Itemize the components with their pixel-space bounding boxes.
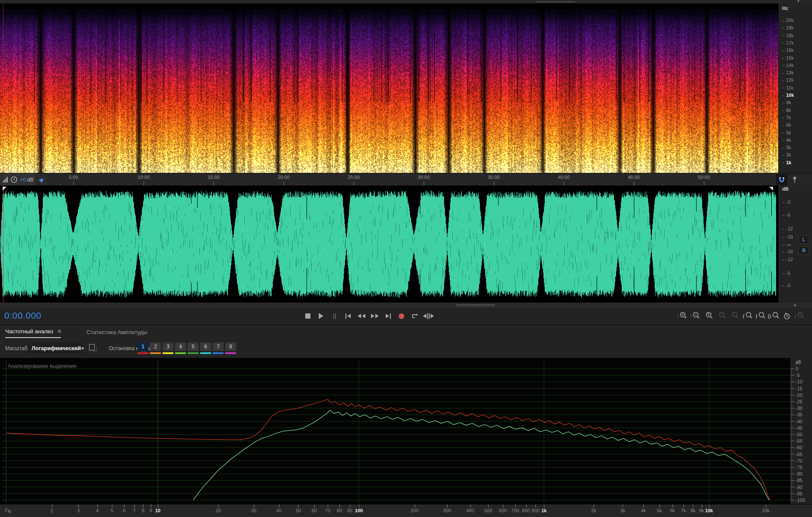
freq-axis-tick-7k — [684, 504, 684, 507]
freq-axis-tick-2k — [594, 504, 594, 507]
hold-button-2[interactable]: 2 — [150, 342, 161, 351]
zoom-out-horizontal-button: ↔− — [716, 310, 728, 322]
freq-axis-label-80: 80 — [337, 508, 342, 513]
divider-drag-handle[interactable] — [456, 304, 495, 306]
scale-dropdown[interactable]: Логарифмический — [28, 343, 82, 354]
gain-value[interactable]: +0 — [20, 177, 26, 183]
amplitude-ruler[interactable]: dB -3-6-12-18-∞-18-12-6-3LR — [778, 185, 812, 303]
hold-slot-3: 3 — [163, 342, 173, 354]
amp-tick--3: -3 — [782, 283, 790, 288]
timeline-label-50:00: 50:00 — [698, 175, 710, 180]
zoom-out-point-button[interactable]: } — [755, 310, 767, 322]
timeline-label-45:00: 45:00 — [628, 175, 640, 180]
timeline-label-10:00: 10:00 — [137, 175, 150, 180]
chevron-down-icon — [81, 348, 84, 350]
zoom-out-vertical-icon: − — [692, 311, 700, 321]
selection-handle-right[interactable] — [769, 187, 773, 191]
freq-tick-19k: 19k — [782, 26, 794, 30]
panel-menu-icon[interactable]: ▾ — [797, 0, 799, 3]
frequency-ruler[interactable]: Hz 20k19k18k17k16k15k14k13k12k11k10k9k8k… — [778, 3, 812, 173]
panel-menu-hamburger-icon[interactable]: ≡ — [58, 329, 61, 334]
tab-frequency-analysis-label: Частотный анализ — [5, 328, 53, 335]
snap-button[interactable] — [776, 174, 787, 185]
hold-slot-8: 8 — [225, 342, 236, 354]
freq-axis-label-50: 50 — [296, 508, 301, 513]
channel-badge-L[interactable]: L — [799, 236, 809, 244]
transport-skip-to-start-button[interactable] — [342, 310, 354, 322]
marker-button[interactable] — [790, 174, 800, 185]
pause-icon — [333, 313, 336, 319]
panel-divider[interactable]: ▲ — [0, 303, 812, 308]
freq-tick-13k: 13k — [782, 70, 794, 75]
zoom-in-vertical-button[interactable]: ↕+ — [677, 310, 689, 322]
transport-pause-button[interactable] — [329, 310, 340, 322]
hold-button-7[interactable]: 7 — [213, 342, 224, 351]
transport-fast-forward-button[interactable] — [369, 310, 380, 322]
hold-buttons-group: 12345678 — [137, 342, 236, 354]
freq-axis-tick-8k — [693, 504, 694, 507]
transport-loop-playback-button[interactable] — [409, 310, 421, 322]
zoom-selection-button[interactable]: {} — [768, 310, 780, 322]
transport-skip-selection-button[interactable] — [422, 310, 434, 322]
timeline-label-20:00: 20:00 — [278, 175, 290, 180]
amp-tick--6: -6 — [782, 271, 790, 276]
zoom-in-point-button[interactable]: { — [742, 310, 754, 322]
timeline-label-25:00: 25:00 — [348, 175, 360, 180]
hold-button-3[interactable]: 3 — [163, 342, 173, 351]
waveform-display[interactable] — [0, 185, 776, 303]
selection-handle-left[interactable] — [3, 187, 6, 191]
tab-amplitude-statistics-label: Статистика Амплитуды — [86, 329, 147, 335]
transport-record-button[interactable] — [396, 310, 407, 322]
freq-axis-label-3k: 3k — [620, 508, 625, 513]
db-tick-0: 0 — [796, 367, 798, 371]
tab-frequency-analysis[interactable]: Частотный анализ ≡ — [5, 328, 61, 338]
channel-badge-R[interactable]: R — [799, 246, 809, 255]
tab-amplitude-statistics[interactable]: Статистика Амплитуды — [86, 328, 147, 336]
freq-tick-10k: 10k — [782, 93, 794, 98]
hold-slot-1: 1 — [137, 342, 148, 354]
transport-rewind-button[interactable] — [355, 310, 367, 322]
freq-tick-15k: 15k — [782, 56, 794, 61]
hold-button-5[interactable]: 5 — [188, 342, 198, 351]
hold-button-8[interactable]: 8 — [225, 342, 236, 351]
reset-zoom-icon — [783, 312, 791, 320]
transport-stop-button[interactable] — [302, 310, 313, 322]
freq-tick-8k: 8k — [782, 108, 791, 113]
hold-slot-2: 2 — [150, 342, 161, 354]
playhead-line[interactable] — [3, 185, 3, 303]
waveform-panel[interactable] — [0, 185, 778, 303]
freq-axis-label-20k: 20k — [762, 508, 770, 513]
timeline-ruler[interactable]: +0 dB 5:0010:0015:0020:0025:0030:0035:00… — [0, 173, 812, 185]
freq-axis-tick-9 — [151, 504, 151, 507]
freq-axis-label-70: 70 — [325, 508, 330, 513]
transport-skip-to-end-button[interactable] — [382, 310, 394, 322]
hold-button-6[interactable]: 6 — [200, 342, 211, 351]
db-tick--95: -95 — [796, 491, 802, 496]
audition-window: ▾ Hz 20k19k18k17k16k15k14k13k12k11k10k9k… — [0, 0, 812, 517]
freq-tick-14k: 14k — [782, 63, 794, 68]
hold-slot-4: 4 — [175, 342, 186, 354]
zoom-out-vertical-button[interactable]: ↕− — [690, 310, 702, 322]
freq-axis-tick-200 — [415, 504, 415, 507]
spectrogram-display[interactable] — [0, 3, 778, 173]
record-icon — [399, 313, 404, 319]
timeline-label-35:00: 35:00 — [488, 175, 500, 180]
freq-axis-label-600: 600 — [499, 508, 507, 513]
zoom-in-horizontal-button[interactable]: ↔+ — [703, 310, 715, 322]
freq-axis-label-6k: 6k — [670, 508, 675, 513]
freq-axis-tick-4 — [97, 504, 98, 507]
analyzed-selection-overlay: Анализированое выделение — [8, 363, 77, 369]
freq-tick-2k: 2k — [782, 153, 791, 157]
copy-snapshot-button[interactable] — [89, 344, 97, 352]
time-display[interactable]: 0:00.000 — [4, 310, 42, 321]
spectrogram-panel[interactable] — [0, 3, 778, 173]
hold-button-4[interactable]: 4 — [175, 342, 186, 351]
transport-play-button[interactable] — [315, 310, 327, 322]
hold-button-1[interactable]: 1 — [137, 342, 148, 351]
freq-axis-tick-5 — [112, 504, 112, 507]
reset-zoom-button[interactable] — [781, 310, 793, 322]
timeline-label-5:00: 5:00 — [69, 175, 78, 180]
freq-axis-label-400: 400 — [466, 508, 474, 513]
scroll-up-arrow[interactable]: ▲ — [793, 303, 797, 307]
panel-drag-handle[interactable] — [536, 1, 575, 3]
